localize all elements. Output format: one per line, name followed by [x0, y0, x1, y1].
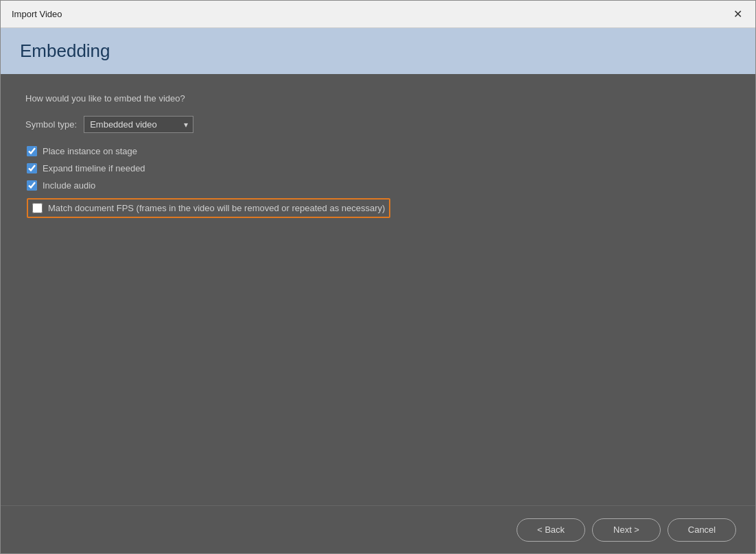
symbol-type-label: Symbol type:: [25, 119, 77, 130]
checkbox-row-expand-timeline: Expand timeline if needed: [27, 161, 731, 176]
checkbox-row-place-instance: Place instance on stage: [27, 144, 731, 158]
embed-question: How would you like to embed the video?: [25, 93, 731, 104]
next-button[interactable]: Next >: [592, 518, 661, 542]
content-area: How would you like to embed the video? S…: [1, 74, 755, 505]
place-instance-label[interactable]: Place instance on stage: [43, 146, 137, 156]
header-band: Embedding: [1, 28, 755, 74]
symbol-type-row: Symbol type: Embedded video Movie clip G…: [25, 116, 731, 133]
match-fps-label[interactable]: Match document FPS (frames in the video …: [48, 203, 385, 213]
symbol-type-select[interactable]: Embedded video Movie clip Graphic: [84, 116, 193, 133]
include-audio-checkbox[interactable]: [27, 180, 37, 191]
dialog-title: Import Video: [12, 9, 62, 19]
symbol-type-select-wrapper[interactable]: Embedded video Movie clip Graphic: [84, 116, 193, 133]
import-video-dialog: Import Video ✕ Embedding How would you l…: [0, 0, 756, 554]
fps-row: Match document FPS (frames in the video …: [27, 198, 390, 218]
expand-timeline-checkbox[interactable]: [27, 163, 37, 173]
checkbox-row-include-audio: Include audio: [27, 178, 731, 193]
match-fps-checkbox[interactable]: [32, 203, 43, 213]
section-title: Embedding: [20, 40, 736, 62]
place-instance-checkbox[interactable]: [27, 146, 37, 156]
checkboxes-group: Place instance on stage Expand timeline …: [27, 144, 731, 218]
expand-timeline-label[interactable]: Expand timeline if needed: [43, 163, 145, 173]
back-button[interactable]: < Back: [517, 518, 585, 542]
title-bar: Import Video ✕: [1, 1, 755, 28]
close-button[interactable]: ✕: [728, 5, 747, 24]
cancel-button[interactable]: Cancel: [668, 518, 736, 542]
include-audio-label[interactable]: Include audio: [43, 180, 95, 191]
footer: < Back Next > Cancel: [1, 505, 755, 553]
